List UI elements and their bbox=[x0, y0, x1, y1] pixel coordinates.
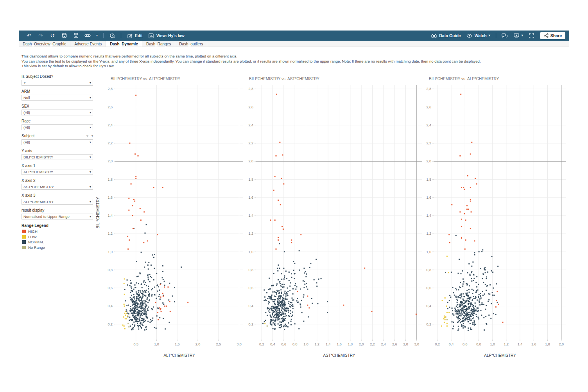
binoculars-icon bbox=[431, 32, 437, 39]
svg-text:2,8: 2,8 bbox=[248, 87, 253, 91]
svg-text:2,2: 2,2 bbox=[248, 141, 253, 145]
subject-dropdown[interactable]: (All)▾ bbox=[22, 139, 93, 145]
legend-label: No Range bbox=[28, 245, 45, 250]
svg-text:2,4: 2,4 bbox=[108, 123, 113, 127]
svg-text:1,8: 1,8 bbox=[545, 342, 550, 346]
svg-text:1,4: 1,4 bbox=[108, 214, 113, 218]
filter-label: Race bbox=[22, 119, 30, 123]
dropdown-value: BILI*CHEMISTRY bbox=[23, 155, 90, 159]
is-subject-dosed-dropdown[interactable]: Y▾ bbox=[22, 80, 93, 86]
filter-label: Subject bbox=[22, 134, 34, 138]
svg-text:0,2: 0,2 bbox=[248, 322, 253, 326]
legend-item-low[interactable]: LOW bbox=[22, 235, 37, 239]
svg-text:1,0: 1,0 bbox=[154, 342, 159, 346]
share-icon bbox=[544, 33, 549, 38]
view-chart-icon bbox=[148, 32, 154, 39]
screenshot-stage: { "toolbar": { "edit_label": "Edit", "vi… bbox=[0, 0, 588, 392]
filter-menu-caret-icon[interactable]: ▾ bbox=[91, 134, 93, 138]
scatter-chart-bili-vs-alp[interactable]: 0,20,40,60,81,01,21,41,61,82,00,20,40,60… bbox=[418, 83, 572, 358]
filter-is-subject-dosed: Is Subject Dosed? Y▾ bbox=[22, 74, 93, 86]
legend-swatch-normal bbox=[22, 240, 26, 244]
fullscreen-icon[interactable] bbox=[529, 32, 535, 39]
filter-x-axis-3: X axis 3 ALP*CHEMISTRY▾ bbox=[22, 193, 93, 205]
svg-text:1,0: 1,0 bbox=[426, 250, 431, 254]
svg-text:1,0: 1,0 bbox=[108, 250, 113, 254]
comments-icon[interactable] bbox=[502, 32, 508, 39]
svg-text:ALP*CHEMISTRY: ALP*CHEMISTRY bbox=[484, 353, 516, 358]
svg-text:0,6: 0,6 bbox=[248, 286, 253, 290]
y-axis-label: BILI*CHEMISTRY bbox=[96, 193, 100, 232]
svg-text:0,2: 0,2 bbox=[426, 322, 431, 326]
data-guide-button[interactable]: Data Guide bbox=[431, 32, 461, 39]
legend-label: HIGH bbox=[28, 229, 38, 234]
svg-text:0,8: 0,8 bbox=[426, 268, 431, 272]
flow-caret-icon[interactable]: ▾ bbox=[96, 34, 98, 37]
description-line: This dashboard allows to compare numeric… bbox=[22, 54, 545, 59]
filter-x-axis-2: X axis 2 AST*CHEMISTRY▾ bbox=[22, 178, 93, 190]
tab-adverse-events[interactable]: Adverse Events bbox=[70, 41, 106, 47]
dropdown-value: ALT*CHEMISTRY bbox=[23, 170, 90, 174]
refresh-data-icon[interactable] bbox=[61, 32, 67, 39]
filter-subject: Subject ▼ ▾ (All)▾ bbox=[22, 134, 93, 145]
watch-button[interactable]: Watch ▾ bbox=[466, 32, 490, 39]
edit-button[interactable]: Edit bbox=[127, 32, 143, 39]
svg-text:2,6: 2,6 bbox=[426, 105, 431, 109]
arm-dropdown[interactable]: Null▾ bbox=[22, 95, 93, 101]
chevron-down-icon: ▾ bbox=[90, 155, 91, 159]
tab-dash-outliers[interactable]: Dash_outliers bbox=[175, 41, 207, 47]
legend-item-high[interactable]: HIGH bbox=[22, 229, 38, 234]
filter-label: Y axis bbox=[22, 149, 32, 153]
sex-dropdown[interactable]: (All)▾ bbox=[22, 110, 93, 115]
svg-text:1,2: 1,2 bbox=[248, 232, 253, 236]
scatter-chart-bili-vs-ast[interactable]: 0,20,40,60,81,01,21,41,61,82,02,22,42,62… bbox=[240, 83, 428, 358]
svg-text:0,8: 0,8 bbox=[108, 268, 113, 272]
filter-label: ARM bbox=[22, 89, 30, 94]
tab-dash-ranges[interactable]: Dash_Ranges bbox=[142, 41, 175, 47]
eye-icon bbox=[466, 32, 473, 39]
svg-text:1,2: 1,2 bbox=[504, 342, 509, 346]
share-button[interactable]: Share bbox=[540, 32, 565, 39]
data-freshness-icon[interactable] bbox=[109, 32, 115, 39]
svg-text:0,8: 0,8 bbox=[248, 268, 253, 272]
x-axis-3-dropdown[interactable]: ALP*CHEMISTRY▾ bbox=[22, 199, 93, 205]
x-axis-2-dropdown[interactable]: AST*CHEMISTRY▾ bbox=[22, 184, 93, 190]
chevron-down-icon: ▾ bbox=[90, 185, 91, 189]
svg-text:2,8: 2,8 bbox=[108, 87, 113, 91]
x-axis-1-dropdown[interactable]: ALT*CHEMISTRY▾ bbox=[22, 169, 93, 175]
tab-dash-dynamic[interactable]: Dash_Dynamic bbox=[106, 41, 142, 47]
download-button[interactable]: ▾ bbox=[513, 32, 523, 39]
legend-item-no-range[interactable]: No Range bbox=[22, 245, 45, 250]
filter-label: Is Subject Dosed? bbox=[22, 74, 53, 79]
dropdown-value: Null bbox=[23, 95, 90, 100]
chevron-down-icon: ▾ bbox=[90, 96, 91, 99]
pause-updates-icon[interactable] bbox=[73, 32, 79, 39]
toolbar-divider bbox=[496, 33, 496, 38]
legend-label: LOW bbox=[28, 235, 37, 239]
svg-text:2,4: 2,4 bbox=[381, 342, 386, 346]
chevron-down-icon: ▾ bbox=[90, 200, 91, 203]
scatter-chart-bili-vs-alt[interactable]: 0,51,01,52,02,53,00,20,40,60,81,01,21,41… bbox=[100, 83, 249, 358]
svg-text:1,6: 1,6 bbox=[248, 196, 253, 200]
view-button[interactable]: View: Hy's law bbox=[148, 32, 185, 39]
filter-funnel-icon[interactable]: ▼ bbox=[86, 134, 89, 138]
tab-dash-overview-graphic[interactable]: Dash_Overview_Graphic bbox=[19, 41, 70, 47]
range-legend-title: Range Legend bbox=[22, 223, 48, 228]
undo-icon[interactable]: ↶ bbox=[26, 32, 32, 39]
filter-label: X axis 3 bbox=[22, 193, 36, 198]
share-label: Share bbox=[550, 33, 562, 38]
redo-icon[interactable]: ↷ bbox=[38, 32, 44, 39]
chevron-down-icon: ▾ bbox=[90, 126, 91, 129]
svg-text:0,8: 0,8 bbox=[476, 342, 481, 346]
race-dropdown[interactable]: (All)▾ bbox=[22, 124, 93, 130]
svg-text:2,5: 2,5 bbox=[216, 342, 221, 346]
svg-text:2,6: 2,6 bbox=[248, 105, 253, 109]
dropdown-value: (All) bbox=[23, 140, 90, 144]
result-display-dropdown[interactable]: Normalised to Upper Range▾ bbox=[22, 214, 93, 219]
svg-text:1,8: 1,8 bbox=[426, 178, 431, 182]
legend-item-normal[interactable]: NORMAL bbox=[22, 240, 44, 244]
y-axis-dropdown[interactable]: BILI*CHEMISTRY▾ bbox=[22, 154, 93, 160]
svg-text:1,6: 1,6 bbox=[337, 342, 342, 346]
svg-text:1,4: 1,4 bbox=[248, 214, 253, 218]
revert-icon[interactable]: ↺ bbox=[49, 32, 56, 39]
flow-icon[interactable] bbox=[84, 32, 91, 39]
